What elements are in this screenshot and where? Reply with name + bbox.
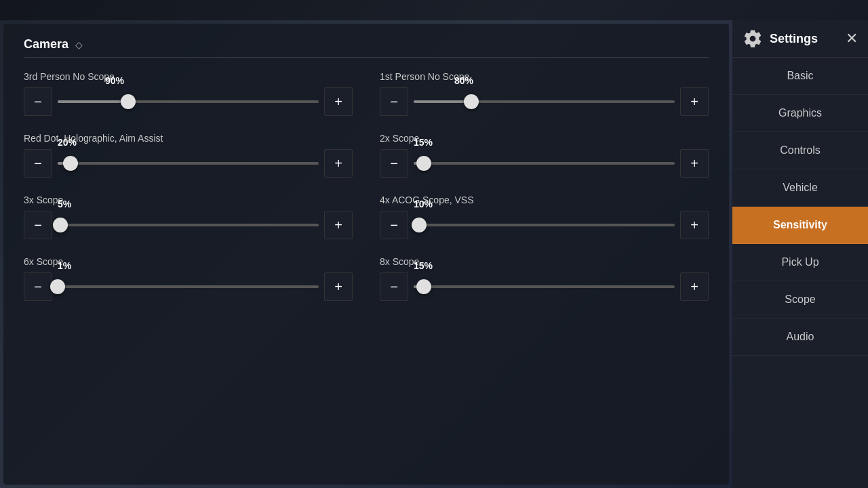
slider-value-4x-acog: 10%: [414, 199, 433, 209]
slider-track-6x-scope: [58, 285, 319, 288]
slider-container-2x-scope[interactable]: 15%: [414, 149, 675, 178]
slider-row-6x-scope: − 1% +: [24, 272, 353, 301]
settings-title: Settings: [770, 32, 818, 46]
slider-fill-3rd-person: [58, 100, 128, 103]
slider-value-2x-scope: 15%: [414, 137, 433, 148]
slider-track-3x-scope: [58, 224, 319, 226]
sidebar-item-sensitivity[interactable]: Sensitivity: [732, 207, 868, 244]
slider-container-3rd-person[interactable]: 90%: [58, 87, 319, 116]
slider-row-red-dot: − 20% +: [24, 149, 353, 178]
sidebar-item-basic[interactable]: Basic: [732, 58, 868, 95]
top-bar: [0, 0, 868, 20]
sidebar-item-controls[interactable]: Controls: [732, 132, 868, 169]
slider-row-2x-scope: − 15% +: [380, 149, 709, 178]
slider-group-1st-person: 1st Person No Scope − 80% +: [380, 71, 709, 116]
sidebar-item-scope[interactable]: Scope: [732, 281, 868, 319]
sidebar-nav: Basic Graphics Controls Vehicle Sensitiv…: [732, 58, 868, 356]
section-arrow: ◇: [75, 39, 83, 50]
close-button[interactable]: ✕: [846, 30, 858, 47]
settings-header: Settings ✕: [732, 20, 868, 58]
increase-btn-8x-scope[interactable]: +: [680, 272, 709, 301]
decrease-btn-4x-acog[interactable]: −: [380, 211, 408, 239]
slider-container-8x-scope[interactable]: 15%: [414, 272, 675, 301]
slider-container-4x-acog[interactable]: 10%: [414, 211, 675, 239]
slider-container-6x-scope[interactable]: 1%: [58, 272, 319, 301]
slider-track-1st-person: [414, 100, 675, 103]
main-content: Camera ◇ 3rd Person No Scope − 90% +: [3, 24, 729, 485]
increase-btn-4x-acog[interactable]: +: [680, 211, 709, 239]
slider-value-6x-scope: 1%: [58, 260, 71, 271]
sidebar-item-graphics[interactable]: Graphics: [732, 95, 868, 132]
slider-value-3rd-person: 90%: [105, 75, 124, 86]
decrease-btn-3x-scope[interactable]: −: [24, 211, 52, 239]
slider-group-3rd-person: 3rd Person No Scope − 90% +: [24, 71, 353, 116]
slider-track-red-dot: [58, 162, 319, 165]
sidebar-item-audio[interactable]: Audio: [732, 319, 868, 356]
slider-row-8x-scope: − 15% +: [380, 272, 709, 301]
slider-value-red-dot: 20%: [58, 137, 77, 148]
slider-container-red-dot[interactable]: 20%: [58, 149, 319, 178]
slider-group-red-dot: Red Dot, Holographic, Aim Assist − 20% +: [24, 133, 353, 178]
decrease-btn-6x-scope[interactable]: −: [24, 272, 52, 301]
slider-group-3x-scope: 3x Scope − 5% +: [24, 195, 353, 239]
slider-thumb-red-dot[interactable]: [63, 156, 78, 171]
slider-label-3rd-person: 3rd Person No Scope: [24, 71, 353, 82]
slider-fill-1st-person: [414, 100, 471, 103]
slider-track-4x-acog: [414, 224, 675, 226]
slider-row-4x-acog: − 10% +: [380, 211, 709, 239]
slider-group-6x-scope: 6x Scope − 1% +: [24, 256, 353, 301]
slider-group-2x-scope: 2x Scope − 15% +: [380, 133, 709, 178]
slider-thumb-3x-scope[interactable]: [53, 218, 68, 232]
increase-btn-2x-scope[interactable]: +: [680, 149, 709, 178]
decrease-btn-1st-person[interactable]: −: [380, 87, 408, 116]
slider-container-3x-scope[interactable]: 5%: [58, 211, 319, 239]
increase-btn-3rd-person[interactable]: +: [324, 87, 353, 116]
slider-track-8x-scope: [414, 285, 675, 288]
section-header: Camera ◇: [24, 37, 709, 58]
settings-title-area: Settings: [743, 28, 818, 49]
increase-btn-red-dot[interactable]: +: [324, 149, 353, 178]
slider-row-3x-scope: − 5% +: [24, 211, 353, 239]
slider-container-1st-person[interactable]: 80%: [414, 87, 675, 116]
slider-thumb-4x-acog[interactable]: [412, 218, 427, 232]
slider-track-3rd-person: [58, 100, 319, 103]
slider-value-3x-scope: 5%: [58, 199, 71, 209]
sidebar-item-vehicle[interactable]: Vehicle: [732, 169, 868, 207]
slider-thumb-2x-scope[interactable]: [416, 156, 431, 171]
decrease-btn-2x-scope[interactable]: −: [380, 149, 408, 178]
slider-value-8x-scope: 15%: [414, 260, 433, 271]
slider-group-8x-scope: 8x Scope − 15% +: [380, 256, 709, 301]
decrease-btn-8x-scope[interactable]: −: [380, 272, 408, 301]
section-title: Camera: [24, 37, 68, 52]
slider-thumb-6x-scope[interactable]: [50, 279, 65, 294]
increase-btn-6x-scope[interactable]: +: [324, 272, 353, 301]
slider-thumb-8x-scope[interactable]: [416, 279, 431, 294]
sliders-grid: 3rd Person No Scope − 90% + 1st Person N…: [24, 71, 709, 301]
slider-row-3rd-person: − 90% +: [24, 87, 353, 116]
slider-track-2x-scope: [414, 162, 675, 165]
sidebar-item-pickup[interactable]: Pick Up: [732, 244, 868, 281]
gear-icon: [743, 28, 763, 49]
slider-group-4x-acog: 4x ACOG Scope, VSS − 10% +: [380, 195, 709, 239]
slider-thumb-1st-person[interactable]: [464, 94, 479, 109]
slider-row-1st-person: − 80% +: [380, 87, 709, 116]
sidebar: Settings ✕ Basic Graphics Controls Vehic…: [732, 20, 868, 488]
increase-btn-3x-scope[interactable]: +: [324, 211, 353, 239]
slider-label-6x-scope: 6x Scope: [24, 256, 353, 267]
decrease-btn-3rd-person[interactable]: −: [24, 87, 52, 116]
slider-value-1st-person: 80%: [454, 75, 473, 86]
increase-btn-1st-person[interactable]: +: [680, 87, 709, 116]
layout: Camera ◇ 3rd Person No Scope − 90% +: [0, 20, 868, 488]
slider-thumb-3rd-person[interactable]: [121, 94, 136, 109]
decrease-btn-red-dot[interactable]: −: [24, 149, 52, 178]
slider-label-3x-scope: 3x Scope: [24, 195, 353, 205]
slider-label-1st-person: 1st Person No Scope: [380, 71, 709, 82]
